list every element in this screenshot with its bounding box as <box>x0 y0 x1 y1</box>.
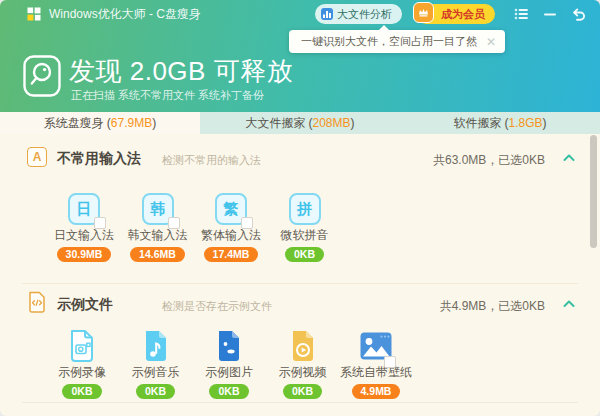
item-sample-music[interactable]: 示例音乐 0KB <box>120 330 192 399</box>
scan-result-title: 发现 2.0GB 可释放 <box>69 54 293 89</box>
section-title: 不常用输入法 <box>57 150 141 168</box>
item-checkbox[interactable] <box>168 217 180 229</box>
section-note: 检测是否存在示例文件 <box>162 299 272 314</box>
tab-size-value: 67.9MB <box>111 116 152 130</box>
tab-paren-close: ) <box>152 116 156 130</box>
minimize-icon[interactable] <box>542 6 558 22</box>
tab-bar: 系统盘瘦身 ( 67.9MB ) 大文件搬家 ( 208MB ) 软件搬家 ( … <box>0 112 600 134</box>
menu-list-icon[interactable] <box>513 6 529 22</box>
input-method-list: 日 日文输入法 30.9MB 韩 韩文输入法 14.6MB 繁 <box>48 193 342 262</box>
section-divider <box>22 402 578 403</box>
window-controls <box>513 6 587 22</box>
section-note: 检测不常用的输入法 <box>162 153 261 168</box>
chevron-up-icon[interactable] <box>562 151 576 165</box>
size-badge: 17.4MB <box>204 247 259 262</box>
item-label: 微软拼音 <box>281 229 329 242</box>
size-badge: 4.9MB <box>352 384 401 399</box>
item-checkbox[interactable] <box>241 217 253 229</box>
image-file-icon <box>215 330 243 362</box>
music-file-icon <box>142 330 170 362</box>
scrollbar-thumb[interactable] <box>590 135 597 248</box>
crown-icon <box>413 2 434 23</box>
section-divider <box>22 283 578 284</box>
size-badge: 0KB <box>285 247 324 262</box>
hint-banner-text: 一键识别大文件，空间占用一目了然 <box>301 34 477 49</box>
big-file-analysis-button[interactable]: 大文件分析 <box>315 4 402 24</box>
tab-size-value: 1.8GB <box>508 116 542 130</box>
undo-arrow-icon[interactable] <box>571 6 587 22</box>
bar-chart-icon <box>321 8 333 20</box>
sample-files-section-icon <box>27 291 47 313</box>
tab-label: 大文件搬家 <box>245 115 305 132</box>
item-label: 日文输入法 <box>54 229 114 242</box>
item-label: 示例图片 <box>205 366 253 379</box>
size-badge: 0KB <box>62 384 101 399</box>
tab-size-value: 208MB <box>312 116 350 130</box>
item-label: 韩文输入法 <box>128 229 188 242</box>
size-badge: 30.9MB <box>57 247 112 262</box>
item-traditional-ime[interactable]: 繁 繁体输入法 17.4MB <box>195 193 267 262</box>
pinyin-ime-icon: 拼 <box>289 193 321 225</box>
item-checkbox[interactable] <box>384 356 396 368</box>
sample-files-list: 示例录像 0KB 示例音乐 0KB <box>46 330 414 399</box>
titlebar: Windows优化大师 - C盘瘦身 大文件分析 成为会员 <box>0 0 600 28</box>
app-window: Windows优化大师 - C盘瘦身 大文件分析 成为会员 <box>0 0 600 416</box>
disk-scan-icon <box>23 55 61 97</box>
item-korean-ime[interactable]: 韩 韩文输入法 14.6MB <box>122 193 194 262</box>
tab-label: 软件搬家 <box>453 115 501 132</box>
tab-software-move[interactable]: 软件搬家 ( 1.8GB ) <box>400 112 600 134</box>
app-logo-icon <box>27 7 41 21</box>
item-label: 示例视频 <box>279 366 327 379</box>
size-badge: 14.6MB <box>130 247 185 262</box>
item-label: 系统自带壁纸 <box>340 366 412 379</box>
item-checkbox[interactable] <box>94 217 106 229</box>
close-icon[interactable]: ✕ <box>486 35 496 49</box>
size-badge: 0KB <box>136 384 175 399</box>
item-label: 繁体输入法 <box>201 229 261 242</box>
item-label: 示例音乐 <box>132 366 180 379</box>
ime-glyph: 日 <box>77 200 92 219</box>
hint-banner: 一键识别大文件，空间占用一目了然 ✕ <box>289 30 505 53</box>
input-method-section-icon: A <box>27 147 47 167</box>
item-ms-pinyin[interactable]: 拼 微软拼音 0KB <box>269 193 341 262</box>
window-title: Windows优化大师 - C盘瘦身 <box>49 6 201 23</box>
ime-glyph: 繁 <box>224 200 239 219</box>
become-member-button[interactable]: 成为会员 <box>416 4 495 24</box>
section-title: 示例文件 <box>57 296 113 314</box>
tab-system-disk-slim[interactable]: 系统盘瘦身 ( 67.9MB ) <box>0 112 200 134</box>
item-japanese-ime[interactable]: 日 日文输入法 30.9MB <box>48 193 120 262</box>
item-label: 示例录像 <box>58 366 106 379</box>
tab-paren-close: ) <box>543 116 547 130</box>
item-sample-recording[interactable]: 示例录像 0KB <box>46 330 118 399</box>
video-play-file-icon <box>289 330 317 362</box>
section-summary: 共63.0MB，已选0KB <box>433 152 545 169</box>
size-badge: 0KB <box>209 384 248 399</box>
tab-big-file-move[interactable]: 大文件搬家 ( 208MB ) <box>200 112 400 134</box>
item-system-wallpapers[interactable]: 系统自带壁纸 4.9MB <box>340 330 412 399</box>
video-camera-file-icon <box>68 330 96 362</box>
become-member-label: 成为会员 <box>441 7 485 22</box>
item-sample-videos[interactable]: 示例视频 0KB <box>267 330 339 399</box>
big-file-analysis-label: 大文件分析 <box>337 7 392 22</box>
size-badge: 0KB <box>283 384 322 399</box>
tab-paren-close: ) <box>351 116 355 130</box>
section-summary: 共4.9MB，已选0KB <box>440 298 545 315</box>
ime-glyph: 韩 <box>150 200 165 219</box>
chevron-up-icon[interactable] <box>562 297 576 311</box>
scan-status-text: 正在扫描 系统不常用文件 系统补丁备份 <box>71 88 264 103</box>
item-sample-pictures[interactable]: 示例图片 0KB <box>193 330 265 399</box>
tab-label: 系统盘瘦身 <box>44 115 104 132</box>
ime-glyph: 拼 <box>297 200 312 219</box>
